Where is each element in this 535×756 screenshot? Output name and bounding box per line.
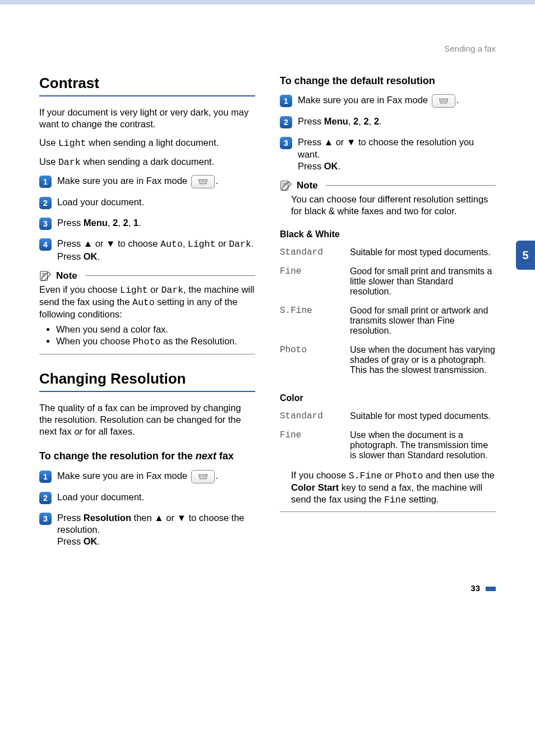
text: , — [358, 116, 363, 126]
key: 2 — [123, 218, 128, 228]
page-end-mark-icon — [486, 587, 496, 591]
note-header: Note — [280, 180, 496, 191]
table-row: PhotoUse when the document has varying s… — [280, 342, 496, 381]
text: fax — [216, 450, 234, 462]
text: . — [98, 536, 100, 546]
mono-text: Dark — [58, 157, 81, 168]
bw-table: StandardSuitable for most typed document… — [280, 244, 496, 381]
text: , — [108, 218, 113, 228]
text: or — [215, 238, 229, 248]
down-arrow-icon: ▼ — [347, 137, 356, 147]
text: and then use the — [423, 470, 495, 480]
text: Load your document. — [57, 491, 144, 503]
text: to choose — [115, 238, 160, 248]
bw-heading: Black & White — [280, 229, 496, 239]
step-badge-4: 4 — [39, 238, 52, 251]
step-badge-1: 1 — [39, 176, 52, 188]
mono-text: Photo — [133, 336, 161, 347]
mono-text: Auto — [160, 239, 183, 250]
res-key: Standard — [280, 244, 350, 263]
ok-key: OK — [324, 161, 338, 171]
default-step-3: 3 Press ▲ or ▼ to choose the resolution … — [280, 136, 496, 172]
top-accent-bar — [0, 0, 535, 4]
text: . — [379, 116, 382, 126]
text: , — [183, 238, 188, 248]
res-key: Photo — [280, 342, 350, 381]
note-bullets: When you send a color fax. When you choo… — [49, 324, 255, 348]
res-desc: Use when the document has varying shades… — [350, 342, 496, 381]
text: , — [118, 218, 123, 228]
resolution-intro: The quality of a fax can be improved by … — [39, 402, 255, 437]
menu-key: Menu — [324, 116, 348, 126]
step-badge-3: 3 — [39, 513, 52, 525]
resolution-heading: Changing Resolution — [39, 370, 255, 388]
text: Use — [39, 156, 58, 167]
contrast-heading: Contrast — [39, 75, 255, 92]
mono-text: Dark — [161, 285, 183, 296]
text: setting. — [407, 494, 439, 504]
italic-text: or — [74, 426, 82, 436]
note-label: Note — [56, 270, 77, 282]
text: To change the resolution for the — [39, 450, 196, 462]
text: or — [333, 137, 347, 147]
text: for all faxes. — [82, 426, 135, 436]
table-row: S.FineGood for small print or artwork an… — [280, 302, 496, 342]
text: Make sure you are in Fax mode — [298, 95, 431, 105]
mono-text: Auto — [132, 297, 155, 308]
step-badge-2: 2 — [39, 197, 52, 209]
res-desc: Good for small print or artwork and tran… — [350, 302, 496, 342]
ok-key: OK — [84, 536, 98, 546]
text: When you choose — [56, 336, 133, 346]
text: , — [128, 218, 133, 228]
nextfax-step-1: 1 Make sure you are in Fax mode . — [39, 470, 255, 483]
footnote: If you choose S.Fine or Photo and then u… — [280, 469, 496, 506]
note-icon — [280, 180, 292, 191]
step-badge-3: 3 — [39, 218, 52, 230]
key: 1 — [133, 218, 139, 228]
ok-key: OK — [84, 251, 98, 261]
text: or — [382, 470, 395, 480]
text: Press — [298, 116, 324, 126]
resolution-key: Resolution — [84, 513, 131, 523]
text: Load your document. — [57, 196, 144, 208]
up-arrow-icon: ▲ — [84, 238, 93, 248]
table-row: FineUse when the document is a photograp… — [280, 427, 496, 466]
chapter-tab: 5 — [516, 241, 535, 270]
down-arrow-icon: ▼ — [106, 238, 115, 248]
res-desc: Good for small print and transmits a lit… — [350, 263, 496, 302]
text: . — [456, 95, 459, 105]
default-step-2: 2 Press Menu, 2, 2, 2. — [280, 116, 496, 128]
text: or — [93, 238, 106, 248]
mono-text: Light — [188, 239, 216, 250]
contrast-intro: If your document is very light or very d… — [39, 107, 255, 130]
text: when sending a light document. — [86, 137, 219, 147]
res-desc: Suitable for most typed documents. — [350, 244, 496, 263]
note-close-rule — [280, 511, 496, 512]
fax-mode-icon — [191, 175, 215, 188]
step-badge-1: 1 — [39, 471, 52, 483]
text: Press — [57, 251, 84, 261]
text: Make sure you are in Fax mode — [57, 176, 190, 186]
contrast-use-dark: Use Dark when sending a dark document. — [39, 156, 255, 168]
mono-text: Fine — [384, 495, 407, 505]
mono-text: S.Fine — [349, 471, 382, 481]
text: , — [369, 116, 374, 126]
res-desc: Suitable for most typed documents. — [350, 408, 496, 427]
step-badge-1: 1 — [280, 95, 292, 107]
text: Press — [57, 513, 84, 523]
contrast-step-3: 3 Press Menu, 2, 2, 1. — [39, 217, 255, 230]
text: Press — [57, 536, 84, 546]
note-icon — [39, 270, 52, 282]
text: . — [216, 176, 219, 186]
res-desc: Use when the document is a photograph. T… — [350, 427, 496, 466]
note-bullet-2: When you choose Photo as the Resolution. — [56, 335, 255, 348]
breadcrumb: Sending a fax — [39, 44, 496, 53]
text: . — [139, 218, 141, 228]
table-row: StandardSuitable for most typed document… — [280, 408, 496, 427]
key: 2 — [353, 116, 358, 126]
step-badge-2: 2 — [39, 492, 52, 504]
italic-text: next — [196, 450, 216, 462]
key: 2 — [113, 218, 118, 228]
step-badge-2: 2 — [280, 116, 292, 128]
note-header: Note — [39, 270, 255, 282]
